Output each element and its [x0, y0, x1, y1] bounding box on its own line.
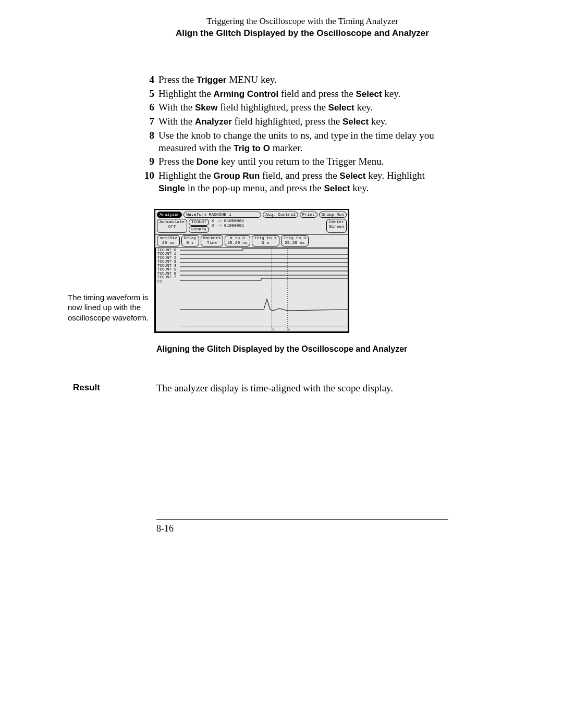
footer-rule — [156, 519, 448, 520]
trig-to-x-field: Trig to X 0 s — [252, 235, 279, 246]
scope-row-3: sec/Div 20 ns Delay 0 s Markers Time — [157, 235, 347, 246]
step-item: 4Press the Trigger MENU key. — [141, 73, 448, 86]
page-number: 8-16 — [156, 523, 174, 534]
scope-row-1: Analyzer Waveform MACHINE 1 Acq. Control… — [157, 212, 347, 218]
step-text: With the Skew field highlighted, press t… — [158, 101, 448, 114]
bold-term: Trigger — [197, 75, 227, 85]
figure-caption: Aligning the Glitch Displayed by the Osc… — [156, 344, 563, 354]
waveform-display: TCOUNT 0TCOUNT 1TCOUNT 2TCOUNT 3TCOUNT 4… — [155, 248, 348, 332]
step-item: 10Highlight the Group Run field, and pre… — [141, 169, 448, 194]
bold-term: Done — [197, 157, 219, 167]
step-number: 4 — [141, 73, 154, 86]
bold-term: Select — [356, 89, 382, 99]
trig-to-o-field: Trig to O 25.20 ns — [281, 235, 309, 246]
center-screen-button: Center Screen — [326, 219, 347, 233]
step-text: Press the Trigger MENU key. — [158, 73, 448, 86]
accumulate-field: Accumulate Off — [157, 219, 187, 233]
bold-term: Select — [339, 171, 365, 181]
step-number: 10 — [141, 169, 154, 194]
result-label: Result — [73, 382, 156, 394]
step-item: 7With the Analyzer field highlighted, pr… — [141, 115, 448, 128]
step-number: 9 — [141, 155, 154, 168]
bold-term: Select — [324, 183, 350, 193]
bold-term: Skew — [195, 103, 217, 113]
oscilloscope-screenshot: Analyzer Waveform MACHINE 1 Acq. Control… — [154, 209, 349, 333]
step-number: 8 — [141, 129, 154, 154]
print-button: Print — [300, 212, 317, 218]
waveform-title: Waveform MACHINE 1 — [183, 212, 261, 218]
bold-term: Analyzer — [195, 117, 232, 127]
step-text: Press the Done key until you return to t… — [158, 155, 448, 168]
step-item: 6With the Skew field highlighted, press … — [141, 101, 448, 114]
step-text: With the Analyzer field highlighted, pre… — [158, 115, 448, 128]
markers-field: Markers Time — [201, 235, 224, 246]
page-header: Triggering the Oscilloscope with the Tim… — [156, 16, 448, 40]
bold-term: Arming Control — [214, 89, 279, 99]
analyzer-button: Analyzer — [157, 212, 182, 218]
xo-values: X -> 01000001 O -> 01000001 — [212, 219, 244, 233]
svg-text:o: o — [288, 327, 290, 331]
step-item: 8Use the knob to change the units to ns,… — [141, 129, 448, 154]
step-item: 5Highlight the Arming Control field and … — [141, 88, 448, 100]
step-item: 9Press the Done key until you return to … — [141, 155, 448, 168]
delay-field: Delay 0 s — [181, 235, 199, 246]
step-number: 5 — [141, 88, 154, 100]
step-text: Highlight the Group Run field, and press… — [158, 169, 448, 194]
bold-term: Single — [158, 183, 185, 193]
header-chapter: Triggering the Oscilloscope with the Tim… — [156, 16, 448, 28]
channel-label: C1 — [156, 280, 180, 284]
figure-row: The timing waveform is now lined up with… — [68, 209, 448, 333]
step-list: 4Press the Trigger MENU key.5Highlight t… — [141, 73, 448, 194]
scope-row-2: Accumulate Off TCOUNT Binary X -> 010000… — [157, 219, 347, 233]
svg-text:x: x — [272, 327, 274, 331]
tcount-button: TCOUNT — [189, 219, 209, 226]
document-page: Triggering the Oscilloscope with the Tim… — [0, 0, 563, 728]
secdiv-field: sec/Div 20 ns — [157, 235, 180, 246]
result-text: The analyzer display is time-aligned wit… — [156, 382, 448, 394]
bold-term: Trig to O — [234, 143, 270, 153]
header-section: Align the Glitch Displayed by the Oscill… — [156, 28, 448, 40]
step-text: Use the knob to change the units to ns, … — [158, 129, 448, 154]
group-run-button: Group Run — [319, 212, 347, 218]
step-text: Highlight the Arming Control field and p… — [158, 88, 448, 100]
acq-control-button: Acq. Control — [263, 212, 298, 218]
channel-labels: TCOUNT 0TCOUNT 1TCOUNT 2TCOUNT 3TCOUNT 4… — [156, 248, 180, 331]
bold-term: Group Run — [214, 171, 260, 181]
result-block: Result The analyzer display is time-alig… — [73, 382, 448, 394]
step-number: 6 — [141, 101, 154, 114]
bold-term: Select — [342, 117, 369, 127]
bold-term: Select — [328, 103, 354, 113]
figure-side-note: The timing waveform is now lined up with… — [68, 292, 154, 323]
figure-container: Analyzer Waveform MACHINE 1 Acq. Control… — [154, 209, 448, 333]
x-to-o-field: X to O 25.20 ns — [225, 235, 250, 246]
waveform-plot: x o — [180, 248, 348, 331]
step-number: 7 — [141, 115, 154, 128]
binary-button: Binary — [189, 226, 209, 233]
